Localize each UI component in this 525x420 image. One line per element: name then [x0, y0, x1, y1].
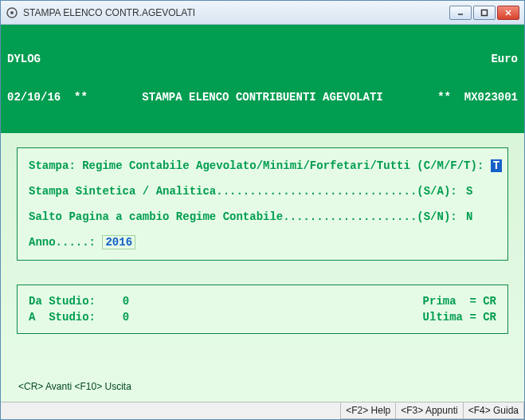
sintetica-input[interactable]: S — [464, 185, 475, 198]
da-studio-value[interactable]: 0 — [102, 295, 129, 308]
svg-point-1 — [10, 11, 14, 14]
header-date: 02/10/16 — [7, 91, 61, 104]
studio-box: Da Studio: 0 A Studio: 0 Prima = CR Ulti… — [17, 285, 508, 334]
status-f4[interactable]: <F4> Guida — [464, 402, 524, 419]
salto-input[interactable]: N — [464, 210, 475, 223]
anno-label: Anno.....: — [29, 236, 102, 249]
app-window: STAMPA ELENCO CONTR.AGEVOLATI DYLOG Euro — [0, 0, 525, 420]
header-company: DYLOG — [7, 53, 41, 65]
status-f3[interactable]: <F3> Appunti — [396, 402, 463, 419]
header-currency: Euro — [491, 53, 518, 65]
salto-label: Salto Pagina a cambio Regime Contabile..… — [29, 210, 464, 223]
statusbar: <F2> Help <F3> Appunti <F4> Guida — [1, 402, 524, 419]
titlebar: STAMPA ELENCO CONTR.AGEVOLATI — [1, 1, 524, 25]
regime-input[interactable]: T — [491, 159, 502, 172]
svg-rect-3 — [482, 10, 488, 15]
da-studio-label: Da Studio: — [29, 295, 102, 308]
header-stars-right: ** — [437, 91, 451, 104]
ultima-label: Ultima = CR — [423, 309, 496, 325]
status-f2[interactable]: <F2> Help — [341, 402, 396, 419]
app-header: DYLOG Euro 02/10/16 ** STAMPA ELENCO CON… — [1, 25, 524, 133]
form-box: Stampa: Regime Contabile Agevolato/Minim… — [17, 147, 508, 261]
close-button[interactable] — [497, 6, 519, 20]
anno-input[interactable]: 2016 — [102, 235, 135, 249]
key-hints: <CR> Avanti <F10> Uscita — [17, 378, 508, 394]
app-icon — [6, 6, 18, 19]
a-studio-value[interactable]: 0 — [102, 311, 129, 324]
a-studio-label: A Studio: — [29, 311, 102, 324]
header-stars-left: ** — [74, 91, 88, 104]
maximize-button[interactable] — [473, 6, 496, 20]
window-title: STAMPA ELENCO CONTR.AGEVOLATI — [23, 7, 449, 18]
sintetica-label: Stampa Sintetica / Analitica............… — [29, 185, 464, 198]
workarea: Stampa: Regime Contabile Agevolato/Minim… — [1, 133, 524, 402]
header-code: MX023001 — [464, 91, 518, 104]
header-title: STAMPA ELENCO CONTRIBUENTI AGEVOLATI — [88, 91, 437, 104]
content: DYLOG Euro 02/10/16 ** STAMPA ELENCO CON… — [1, 25, 524, 419]
prima-label: Prima = CR — [423, 293, 496, 309]
minimize-button[interactable] — [449, 6, 472, 20]
status-spacer — [1, 402, 341, 419]
regime-label: Stampa: Regime Contabile Agevolato/Minim… — [29, 159, 491, 172]
